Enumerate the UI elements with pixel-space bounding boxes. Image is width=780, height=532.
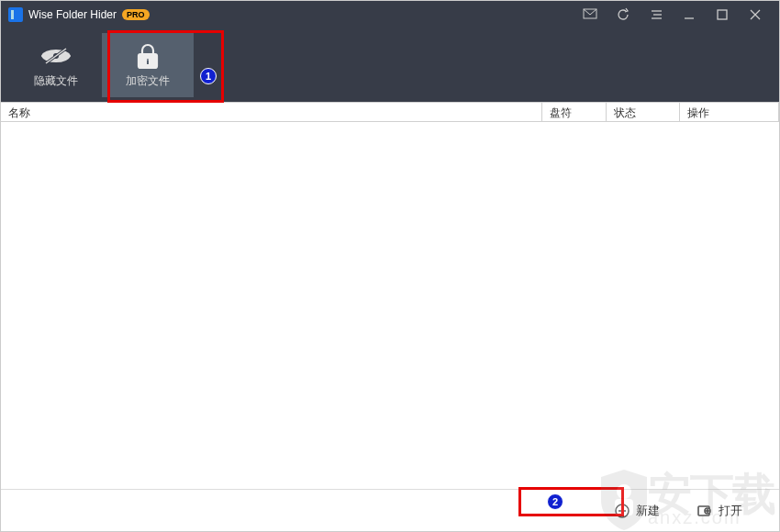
- new-button[interactable]: 新建: [614, 503, 660, 519]
- annotation-badge-1: 1: [200, 68, 217, 84]
- lock-icon: [131, 42, 164, 70]
- tab-hide-label: 隐藏文件: [34, 73, 78, 89]
- tab-hide-file[interactable]: 隐藏文件: [10, 33, 102, 97]
- col-drive[interactable]: 盘符: [542, 103, 607, 121]
- column-header: 名称 盘符 状态 操作: [1, 102, 779, 122]
- file-list-area: [1, 122, 779, 489]
- app-icon: [8, 7, 23, 22]
- svg-rect-5: [718, 10, 727, 19]
- col-ops[interactable]: 操作: [680, 103, 779, 121]
- app-title: Wise Folder Hider: [28, 8, 117, 21]
- titlebar: Wise Folder Hider PRO: [1, 1, 779, 28]
- open-button[interactable]: 打开: [696, 503, 742, 519]
- open-label: 打开: [719, 503, 742, 519]
- plus-circle-icon: [614, 503, 630, 519]
- annotation-badge-2: 2: [547, 493, 563, 510]
- eye-slash-icon: [39, 42, 72, 70]
- tab-encrypt-label: 加密文件: [126, 73, 170, 89]
- feedback-icon[interactable]: [574, 1, 607, 28]
- close-button[interactable]: [739, 1, 772, 28]
- col-status[interactable]: 状态: [607, 103, 680, 121]
- app-window: Wise Folder Hider PRO: [0, 0, 780, 532]
- main-toolbar: 隐藏文件 加密文件: [1, 28, 779, 102]
- footer-bar: 新建 打开: [1, 489, 779, 531]
- open-icon: [696, 503, 713, 519]
- col-name[interactable]: 名称: [1, 103, 542, 121]
- maximize-button[interactable]: [706, 1, 739, 28]
- new-label: 新建: [636, 503, 660, 519]
- minimize-button[interactable]: [673, 1, 706, 28]
- menu-icon[interactable]: [640, 1, 673, 28]
- refresh-icon[interactable]: [607, 1, 640, 28]
- tab-encrypt-file[interactable]: 加密文件: [102, 33, 194, 97]
- pro-badge: PRO: [122, 9, 150, 20]
